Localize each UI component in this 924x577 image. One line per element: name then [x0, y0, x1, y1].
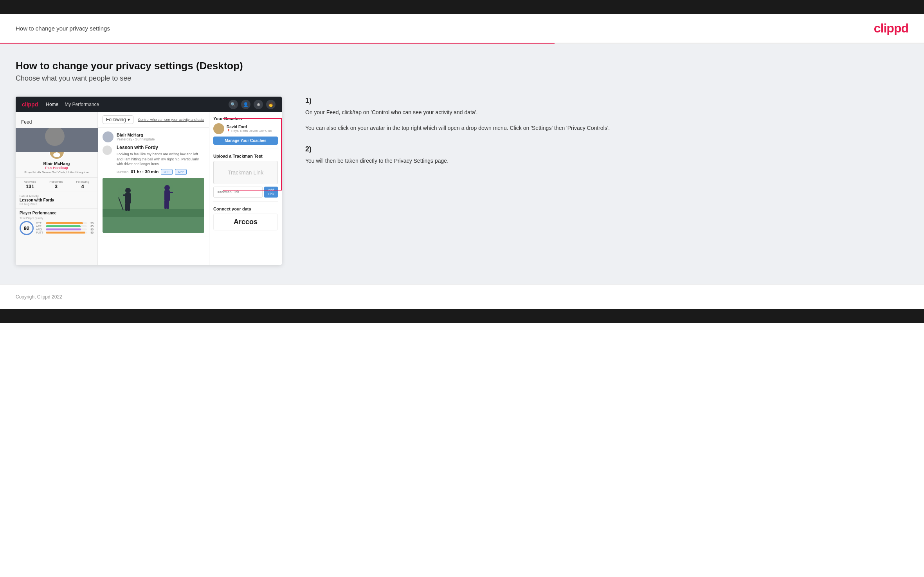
duration-label: Duration: [117, 170, 128, 174]
feed-header: Following ▾ Control who can see your act…: [98, 112, 209, 128]
svg-rect-9: [123, 194, 127, 196]
stat-activities-value: 131: [26, 183, 34, 189]
stat-followers-label: Followers: [49, 180, 63, 183]
svg-rect-16: [164, 200, 167, 209]
stat-activities-label: Activities: [24, 180, 36, 183]
clippd-logo: clippd: [874, 21, 908, 36]
quality-score: 92: [20, 221, 34, 235]
stat-followers-value: 3: [55, 183, 58, 189]
breadcrumb-title: How to change your privacy settings: [16, 25, 110, 32]
svg-point-3: [53, 153, 60, 157]
nav-icons: 🔍 👤 ⊕ 🧑: [229, 100, 276, 109]
content-row: clippd Home My Performance 🔍 👤 ⊕ 🧑 Feed: [16, 97, 908, 265]
latest-label: Latest Activity: [20, 194, 94, 198]
nav-home[interactable]: Home: [46, 102, 58, 107]
article-subtitle: Choose what you want people to see: [16, 74, 908, 83]
stat-following: Following 4: [76, 180, 89, 189]
stats-row: Activities 131 Followers 3 Following 4: [16, 178, 97, 192]
coach-club: 📍 Royal North Devon Golf Club: [227, 129, 272, 133]
coach-info: David Ford 📍 Royal North Devon Golf Club: [227, 125, 272, 133]
quality-label: Total Player Quality: [20, 217, 94, 219]
activity-meta: Yesterday · Sunningdale: [117, 137, 155, 141]
app-nav: clippd Home My Performance 🔍 👤 ⊕ 🧑: [16, 97, 282, 112]
step2-text: You will then be taken directly to the P…: [305, 156, 908, 165]
coach-name: David Ford: [227, 125, 272, 129]
main-content: How to change your privacy settings (Des…: [0, 44, 924, 284]
connect-section: Connect your data Arccos: [213, 207, 278, 230]
quality-bars: OTT 90 APP 85 ARG: [36, 222, 94, 234]
stat-following-label: Following: [76, 180, 89, 183]
app-body: Feed Blair McHarg Plus Handicap Ro: [16, 112, 282, 265]
manage-coaches-button[interactable]: Manage Your Coaches: [213, 137, 278, 145]
quality-row: 92 OTT 90 APP 85: [20, 221, 94, 235]
instruction-step2: 2) You will then be taken directly to th…: [305, 145, 908, 165]
top-bar: [0, 0, 924, 14]
activity-header: Blair McHarg Yesterday · Sunningdale: [103, 131, 204, 142]
stat-following-value: 4: [81, 183, 84, 189]
profile-name: Blair McHarg: [43, 161, 70, 166]
tag-app: APP: [175, 169, 187, 175]
app-logo: clippd: [22, 101, 38, 108]
profile-section: Blair McHarg Plus Handicap Royal North D…: [16, 152, 97, 178]
svg-rect-6: [103, 178, 204, 209]
following-button[interactable]: Following ▾: [103, 115, 133, 124]
trackman-section: Upload a Trackman Test Trackman Link Add…: [213, 154, 278, 202]
coaches-section: Your Coaches David Ford 📍 Royal North De…: [213, 116, 278, 149]
svg-point-13: [164, 185, 170, 191]
stat-activities: Activities 131: [24, 180, 36, 189]
svg-rect-15: [169, 192, 173, 193]
profile-handicap: Plus Handicap: [45, 166, 68, 170]
activity-type-icon: [103, 146, 112, 155]
step2-number: 2): [305, 145, 908, 153]
coach-avatar: [213, 123, 224, 134]
article-title: How to change your privacy settings (Des…: [16, 60, 908, 72]
latest-activity-name: Lesson with Fordy: [20, 198, 94, 202]
profile-club: Royal North Devon Golf Club, United King…: [24, 171, 89, 174]
activity-icon-wrap: [103, 145, 113, 178]
nav-my-performance[interactable]: My Performance: [65, 102, 99, 107]
trackman-placeholder: Trackman Link: [228, 169, 263, 176]
app-feed: Following ▾ Control who can see your act…: [98, 112, 209, 265]
svg-rect-5: [103, 217, 204, 233]
privacy-control-link[interactable]: Control who can see your activity and da…: [138, 118, 204, 122]
step1-extra: You can also click on your avatar in the…: [305, 124, 908, 132]
trackman-title: Upload a Trackman Test: [213, 154, 278, 158]
tag-ott: OTT: [161, 169, 173, 175]
profile-banner: [16, 128, 97, 152]
coach-row: David Ford 📍 Royal North Devon Golf Club: [213, 123, 278, 134]
duration-row: Duration 01 hr : 30 min OTT APP: [117, 169, 204, 175]
add-link-button[interactable]: Add Link: [264, 187, 278, 198]
activity-body: Lesson with Fordy Looking to feel like m…: [103, 145, 204, 178]
latest-activity-date: 03 Aug 2022: [20, 202, 94, 206]
activity-user-info: Blair McHarg Yesterday · Sunningdale: [117, 133, 155, 141]
app-right-panel: Your Coaches David Ford 📍 Royal North De…: [209, 112, 282, 265]
copyright: Copyright Clippd 2022: [16, 294, 62, 300]
duration-value: 01 hr : 30 min: [131, 169, 159, 174]
instruction-step1: 1) On your Feed, click/tap on 'Control w…: [305, 97, 908, 133]
activity-details: Lesson with Fordy Looking to feel like m…: [117, 145, 204, 178]
svg-rect-11: [128, 203, 130, 211]
svg-rect-17: [167, 200, 169, 209]
perf-title: Player Performance: [20, 211, 94, 215]
person-icon[interactable]: 👤: [241, 100, 250, 109]
svg-point-7: [125, 188, 131, 193]
step1-text: On your Feed, click/tap on 'Control who …: [305, 108, 908, 117]
trackman-input[interactable]: [213, 187, 263, 198]
stat-followers: Followers 3: [49, 180, 63, 189]
avatar-icon[interactable]: 🧑: [266, 100, 276, 109]
site-footer: Copyright Clippd 2022: [0, 284, 924, 309]
bar-app: APP 85: [36, 225, 94, 228]
activity-image: [103, 178, 204, 233]
search-icon[interactable]: 🔍: [229, 100, 238, 109]
activity-card: Blair McHarg Yesterday · Sunningdale Les…: [98, 128, 209, 237]
trackman-placeholder-area: Trackman Link: [213, 161, 278, 184]
coaches-title: Your Coaches: [213, 116, 278, 121]
app-mockup: clippd Home My Performance 🔍 👤 ⊕ 🧑 Feed: [16, 97, 282, 265]
instructions-panel: 1) On your Feed, click/tap on 'Control w…: [297, 97, 908, 178]
player-performance: Player Performance Total Player Quality …: [16, 209, 97, 237]
bar-putt: PUTT 96: [36, 231, 94, 234]
plus-icon[interactable]: ⊕: [254, 100, 263, 109]
step1-number: 1): [305, 97, 908, 105]
arccos-logo: Arccos: [213, 214, 278, 230]
feed-tab[interactable]: Feed: [16, 116, 97, 128]
